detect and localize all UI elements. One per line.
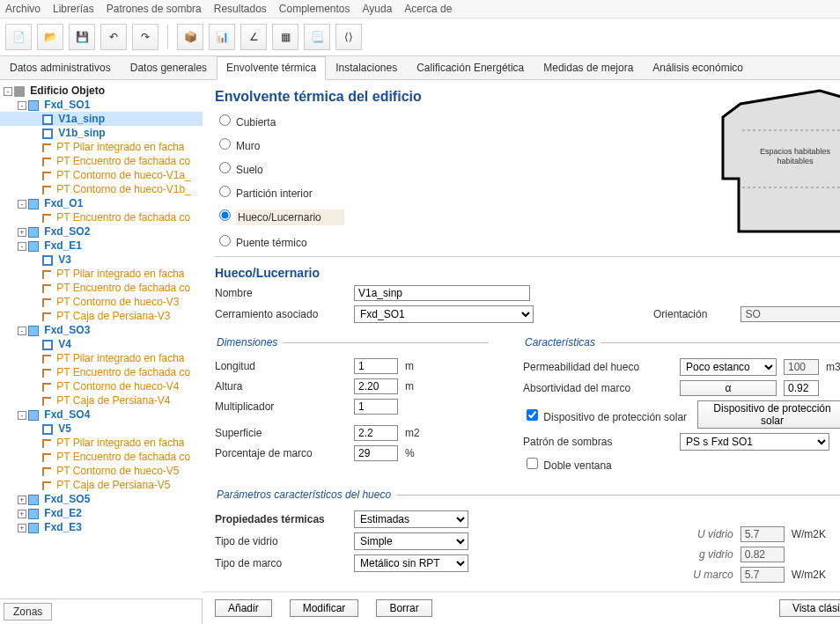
tipo-marco-label: Tipo de marco [215,557,347,569]
tree-item[interactable]: + PT Pilar integrado en facha [0,267,203,281]
tipo-vidrio-select[interactable]: Simple [354,532,468,550]
tree-item[interactable]: + PT Pilar integrado en facha [0,140,203,154]
cerramiento-select[interactable]: Fxd_SO1 [354,305,534,323]
open-icon[interactable]: 📂 [37,24,63,50]
tree-item[interactable]: + PT Caja de Persiana-V3 [0,309,203,323]
absortividad-label: Absortividad del marco [523,382,673,394]
menu-librerías[interactable]: Librerías [53,3,94,15]
multiplicador-input[interactable] [354,399,398,415]
tab-5[interactable]: Medidas de mejora [534,56,643,79]
opening-icon [42,114,53,125]
tab-6[interactable]: Análisis económico [643,56,753,79]
export-icon[interactable]: 📦 [177,24,203,50]
tree-item[interactable]: + PT Contorno de hueco-V5 [0,464,203,478]
save-icon[interactable]: 💾 [69,24,95,50]
tree-item[interactable]: + PT Contorno de hueco-V3 [0,295,203,309]
nombre-input[interactable] [354,285,530,301]
altura-label: Altura [215,380,347,393]
absortividad-button[interactable]: α [680,380,777,396]
tree-item[interactable]: + V4 [0,337,203,351]
modificar-button[interactable]: Modificar [290,599,359,617]
menu-resultados[interactable]: Resultados [214,3,267,15]
undo-icon[interactable]: ↶ [100,24,127,50]
tree-item[interactable]: + Fxd_SO2 [0,224,203,239]
altura-input[interactable] [354,378,398,394]
tree-item[interactable]: + Fxd_E3 [0,520,203,534]
tree-item[interactable]: + PT Encuentro de fachada co [0,450,203,464]
facade-icon [28,100,39,111]
tree-item[interactable]: + PT Encuentro de fachada co [0,365,203,379]
redo-icon[interactable]: ↷ [132,24,158,50]
tab-3[interactable]: Instalaciones [326,56,407,79]
tree-item[interactable]: + V1b_sinp [0,126,203,140]
tree-item[interactable]: + PT Pilar integrado en facha [0,436,203,450]
zones-tab[interactable]: Zonas [4,603,52,620]
tree-item[interactable]: + PT Encuentro de fachada co [0,154,203,168]
tree-item[interactable]: + PT Pilar integrado en facha [0,351,203,365]
menu-complementos[interactable]: Complementos [279,3,350,15]
vista-clasica-button[interactable]: Vista clásica [779,599,840,617]
doble-ventana-checkbox[interactable] [527,458,538,469]
menu-ayuda[interactable]: Ayuda [363,3,393,15]
tree-item[interactable]: + PT Encuentro de fachada co [0,281,203,295]
tab-1[interactable]: Datos generales [121,56,217,79]
multiplicador-label: Multiplicador [215,400,347,413]
pt-icon [42,312,51,321]
tab-0[interactable]: Datos administrativos [0,56,121,79]
new-icon[interactable]: 📄 [5,24,32,50]
longitud-input[interactable] [354,358,398,374]
permeabilidad-select[interactable]: Poco estanco [680,358,777,376]
superficie-input[interactable] [354,425,398,441]
patron-select[interactable]: PS s Fxd SO1 [680,433,829,451]
tree-item[interactable]: + PT Contorno de hueco-V1b_ [0,182,203,196]
tree-item[interactable]: - Fxd_O1 [0,196,203,210]
tree-item[interactable]: + PT Caja de Persiana-V4 [0,393,203,407]
tree-item[interactable]: - Fxd_SO4 [0,407,203,422]
doble-ventana-label[interactable]: Doble ventana [523,455,612,472]
tree-item[interactable]: + V1a_sinp [0,112,203,126]
doc-icon[interactable]: 📃 [304,24,330,50]
energy-icon[interactable]: 📊 [209,24,235,50]
absortividad-input[interactable] [784,380,819,396]
building-icon [14,86,25,97]
dispositivo-checkbox-label[interactable]: Dispositivo de protección solar [523,407,690,423]
tree-item[interactable]: + PT Encuentro de fachada co [0,210,203,224]
tab-4[interactable]: Calificación Energética [407,56,534,79]
angle-icon[interactable]: ∠ [240,24,267,50]
g-vidrio-label: g vidrio [557,548,733,561]
pt-icon [42,186,51,195]
menu-archivo[interactable]: Archivo [5,3,41,15]
superficie-unit: m2 [405,427,420,439]
borrar-button[interactable]: Borrar [376,599,431,617]
tree-item[interactable]: + PT Caja de Persiana-V5 [0,478,203,492]
tab-2[interactable]: Envolvente térmica [217,56,326,80]
tree-item[interactable]: - Fxd_SO1 [0,98,203,112]
menu-acerca de[interactable]: Acerca de [404,3,452,15]
dispositivo-checkbox[interactable] [527,409,538,421]
pt-icon [42,383,51,392]
facade-icon [28,410,39,421]
porcentaje-marco-input[interactable] [354,445,398,461]
pt-icon [42,467,51,476]
tree-item[interactable]: + PT Contorno de hueco-V1a_ [0,168,203,182]
tree-item[interactable]: - Fxd_E1 [0,239,203,253]
dispositivo-button[interactable]: Dispositivo de protección solar [697,400,840,429]
orientacion-field [741,306,840,322]
svg-text:habitables: habitables [777,157,814,165]
superficie-label: Superficie [215,427,347,439]
anadir-button[interactable]: Añadir [215,599,272,617]
tree-item[interactable]: + Fxd_E2 [0,506,203,520]
tree-item[interactable]: + Fxd_SO5 [0,492,203,506]
tipo-marco-select[interactable]: Metálico sin RPT [354,554,468,572]
propiedades-select[interactable]: Estimadas [354,510,468,528]
longitud-label: Longitud [215,360,347,372]
tree-item[interactable]: + V3 [0,253,203,267]
menu-patrones de sombra[interactable]: Patrones de sombra [107,3,202,15]
tree-item[interactable]: + PT Contorno de hueco-V4 [0,379,203,393]
heat-icon[interactable]: ▦ [272,24,298,50]
xml-icon[interactable]: ⟨⟩ [335,24,362,50]
tree-item[interactable]: - Fxd_SO3 [0,323,203,337]
tree-item[interactable]: - Edificio Objeto [0,84,203,98]
permeabilidad-label: Permeabilidad del hueco [523,361,673,373]
tree-item[interactable]: + V5 [0,422,203,436]
